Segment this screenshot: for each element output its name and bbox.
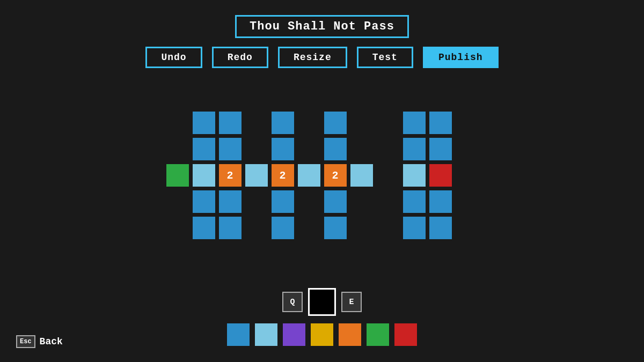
undo-button[interactable]: Undo: [145, 47, 202, 68]
table-row[interactable]: [428, 137, 453, 161]
table-row[interactable]: [192, 137, 216, 161]
publish-button[interactable]: Publish: [423, 47, 499, 68]
table-row[interactable]: [244, 137, 269, 161]
table-row[interactable]: [349, 216, 374, 240]
table-row[interactable]: [323, 110, 348, 135]
back-button[interactable]: Esc Back: [16, 335, 63, 348]
table-row[interactable]: [402, 110, 427, 135]
table-row[interactable]: [428, 163, 453, 188]
current-color-box[interactable]: [308, 288, 336, 316]
table-row[interactable]: [376, 110, 400, 135]
table-row[interactable]: [402, 163, 427, 188]
table-row[interactable]: [402, 137, 427, 161]
table-row[interactable]: [297, 84, 321, 109]
table-row[interactable]: [349, 84, 374, 109]
table-row[interactable]: [218, 84, 243, 109]
table-row[interactable]: [192, 84, 216, 109]
resize-button[interactable]: Resize: [278, 47, 347, 68]
table-row[interactable]: [244, 163, 269, 188]
table-row[interactable]: [428, 84, 453, 109]
table-row[interactable]: [297, 216, 321, 240]
palette-color-blue-dark[interactable]: [227, 323, 250, 346]
table-row[interactable]: [139, 137, 164, 161]
table-row[interactable]: [218, 216, 243, 240]
redo-button[interactable]: Redo: [212, 47, 268, 68]
table-row[interactable]: [455, 137, 479, 161]
e-key-button[interactable]: E: [341, 292, 362, 312]
table-row[interactable]: [481, 163, 506, 188]
table-row[interactable]: [349, 163, 374, 188]
table-row[interactable]: [139, 84, 164, 109]
table-row[interactable]: [297, 137, 321, 161]
table-row[interactable]: [455, 110, 479, 135]
table-row[interactable]: [455, 163, 479, 188]
table-row[interactable]: [481, 84, 506, 109]
table-row[interactable]: [481, 216, 506, 240]
table-row[interactable]: [297, 189, 321, 214]
test-button[interactable]: Test: [357, 47, 413, 68]
table-row[interactable]: [192, 189, 216, 214]
table-row[interactable]: [192, 216, 216, 240]
table-row[interactable]: [165, 216, 190, 240]
palette-color-purple[interactable]: [283, 323, 305, 346]
table-row[interactable]: [139, 110, 164, 135]
table-row[interactable]: [270, 137, 295, 161]
table-row[interactable]: [428, 189, 453, 214]
table-row[interactable]: [139, 216, 164, 240]
table-row[interactable]: [165, 163, 190, 188]
table-row[interactable]: [323, 216, 348, 240]
game-grid[interactable]: 222: [139, 84, 506, 240]
table-row[interactable]: [376, 84, 400, 109]
palette-color-red[interactable]: [394, 323, 417, 346]
table-row[interactable]: [165, 84, 190, 109]
table-row[interactable]: [139, 189, 164, 214]
table-row[interactable]: [218, 110, 243, 135]
table-row[interactable]: [218, 137, 243, 161]
table-row[interactable]: [192, 163, 216, 188]
table-row[interactable]: [376, 216, 400, 240]
table-row[interactable]: [165, 137, 190, 161]
table-row[interactable]: [323, 189, 348, 214]
table-row[interactable]: [192, 110, 216, 135]
palette-color-green[interactable]: [367, 323, 389, 346]
table-row[interactable]: [165, 110, 190, 135]
table-row[interactable]: [270, 84, 295, 109]
table-row[interactable]: [244, 84, 269, 109]
palette-color-blue-light[interactable]: [255, 323, 277, 346]
table-row[interactable]: [376, 163, 400, 188]
table-row[interactable]: [297, 110, 321, 135]
table-row[interactable]: 2: [323, 163, 348, 188]
table-row[interactable]: [402, 84, 427, 109]
table-row[interactable]: [297, 163, 321, 188]
table-row[interactable]: [402, 189, 427, 214]
table-row[interactable]: [349, 110, 374, 135]
table-row[interactable]: [455, 84, 479, 109]
table-row[interactable]: [270, 189, 295, 214]
table-row[interactable]: [244, 189, 269, 214]
q-key-button[interactable]: Q: [282, 292, 303, 312]
table-row[interactable]: [376, 189, 400, 214]
table-row[interactable]: [270, 110, 295, 135]
table-row[interactable]: [349, 137, 374, 161]
table-row[interactable]: [349, 189, 374, 214]
palette-color-yellow[interactable]: [311, 323, 333, 346]
table-row[interactable]: [455, 216, 479, 240]
table-row[interactable]: [244, 110, 269, 135]
table-row[interactable]: [323, 137, 348, 161]
table-row[interactable]: [323, 84, 348, 109]
table-row[interactable]: [402, 216, 427, 240]
table-row[interactable]: 2: [218, 163, 243, 188]
table-row[interactable]: [481, 137, 506, 161]
palette-color-orange[interactable]: [339, 323, 361, 346]
table-row[interactable]: [244, 216, 269, 240]
table-row[interactable]: [481, 110, 506, 135]
table-row[interactable]: [428, 110, 453, 135]
table-row[interactable]: [481, 189, 506, 214]
table-row[interactable]: [139, 163, 164, 188]
table-row[interactable]: [270, 216, 295, 240]
table-row[interactable]: [428, 216, 453, 240]
table-row[interactable]: [376, 137, 400, 161]
table-row[interactable]: [165, 189, 190, 214]
table-row[interactable]: [455, 189, 479, 214]
table-row[interactable]: 2: [270, 163, 295, 188]
